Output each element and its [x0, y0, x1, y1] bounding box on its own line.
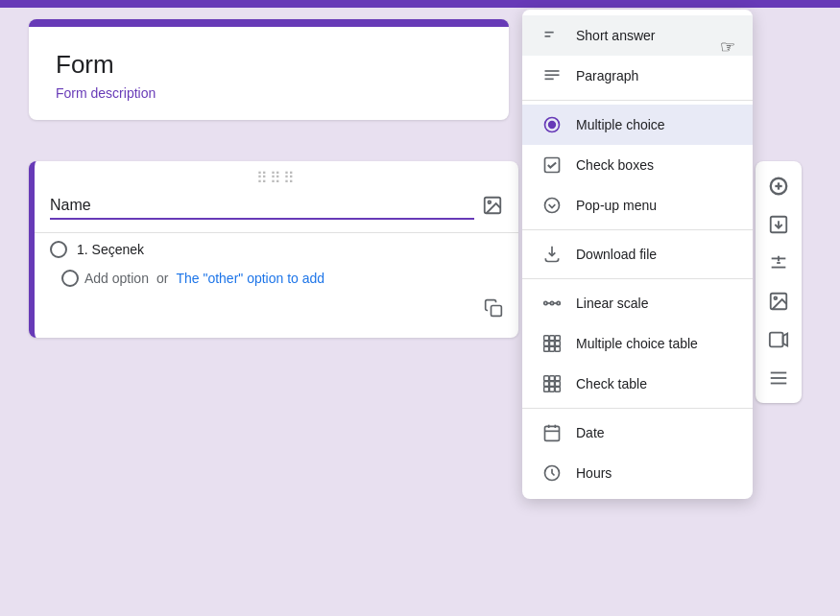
add-section-button[interactable]: [761, 361, 796, 395]
svg-rect-50: [555, 387, 560, 391]
svg-rect-33: [544, 336, 549, 341]
menu-item-paragraph[interactable]: Paragraph: [522, 56, 753, 96]
svg-marker-15: [783, 334, 788, 346]
menu-item-download-file[interactable]: Download file: [522, 234, 753, 274]
option-row-1: 1. Seçenek: [35, 233, 518, 262]
add-option-row: Add option or The "other" option to add: [35, 262, 518, 291]
svg-point-13: [774, 296, 777, 299]
menu-item-label-linear-scale: Linear scale: [576, 296, 649, 311]
short-answer-icon: [541, 25, 563, 46]
menu-item-multiple-choice[interactable]: Multiple choice: [522, 105, 753, 145]
form-title: Form: [56, 50, 482, 80]
option-label-1: 1. Seçenek: [77, 242, 144, 257]
svg-rect-37: [550, 342, 555, 346]
separator-3: [522, 278, 753, 279]
menu-item-label-check-table: Check table: [576, 376, 647, 391]
menu-item-label-multiple-choice-table: Multiple choice table: [576, 336, 698, 351]
form-card: Form Form description: [29, 19, 509, 120]
menu-item-label-short-answer: Short answer: [576, 28, 655, 43]
date-icon: [541, 422, 563, 443]
svg-rect-2: [492, 306, 502, 317]
svg-rect-46: [550, 382, 555, 387]
svg-rect-41: [555, 346, 560, 351]
check-boxes-icon: [541, 154, 563, 176]
svg-rect-45: [544, 382, 549, 387]
svg-point-29: [550, 301, 553, 304]
download-file-icon: [541, 244, 563, 265]
menu-item-label-hours: Hours: [576, 465, 612, 481]
menu-item-label-download-file: Download file: [576, 247, 657, 262]
other-option-link[interactable]: The "other" option to add: [176, 271, 324, 286]
linear-scale-icon: [541, 293, 563, 314]
svg-rect-40: [550, 346, 555, 351]
hours-icon: [541, 462, 563, 484]
svg-rect-48: [544, 387, 549, 391]
image-icon[interactable]: [482, 195, 503, 221]
menu-item-multiple-choice-table[interactable]: Multiple choice table: [522, 323, 753, 364]
svg-rect-42: [544, 376, 549, 381]
svg-rect-38: [555, 342, 560, 346]
menu-item-pop-up-menu[interactable]: Pop-up menu: [522, 185, 753, 225]
svg-rect-47: [555, 382, 560, 387]
add-image-button[interactable]: [761, 284, 796, 319]
svg-rect-44: [555, 376, 560, 381]
dropdown-menu: Short answer Paragraph Multiple choice C…: [522, 10, 753, 499]
drag-handle: ⠿⠿⠿: [35, 161, 518, 191]
svg-point-25: [549, 122, 556, 129]
copy-icon[interactable]: [484, 298, 503, 322]
svg-rect-51: [545, 426, 560, 440]
menu-item-short-answer[interactable]: Short answer: [522, 15, 753, 56]
radio-circle-1: [50, 241, 67, 258]
svg-point-28: [544, 301, 547, 304]
multiple-choice-icon: [541, 114, 563, 135]
add-question-button[interactable]: [761, 169, 796, 203]
paragraph-icon: [541, 65, 563, 86]
svg-rect-49: [550, 387, 555, 391]
radio-circle-add: [61, 270, 79, 287]
top-bar: [0, 0, 840, 8]
svg-rect-35: [555, 336, 560, 341]
form-description: Form description: [56, 85, 482, 101]
add-title-button[interactable]: [761, 246, 796, 280]
add-option-text[interactable]: Add option: [84, 271, 149, 286]
or-text: or: [156, 271, 168, 286]
separator-1: [522, 100, 753, 101]
svg-rect-39: [544, 346, 549, 351]
menu-item-check-boxes[interactable]: Check boxes: [522, 145, 753, 185]
import-question-button[interactable]: [761, 207, 796, 242]
menu-item-date[interactable]: Date: [522, 413, 753, 453]
separator-2: [522, 229, 753, 230]
menu-item-check-table[interactable]: Check table: [522, 364, 753, 404]
separator-4: [522, 408, 753, 409]
menu-item-label-check-boxes: Check boxes: [576, 157, 654, 173]
pop-up-menu-icon: [541, 195, 563, 216]
menu-item-label-pop-up-menu: Pop-up menu: [576, 198, 657, 213]
question-card: ⠿⠿⠿ 1. Seçenek Add option or The "other"…: [29, 161, 518, 338]
menu-item-linear-scale[interactable]: Linear scale: [522, 283, 753, 323]
menu-item-hours[interactable]: Hours: [522, 453, 753, 493]
svg-point-30: [557, 301, 560, 304]
menu-item-label-multiple-choice: Multiple choice: [576, 117, 665, 132]
sidebar-tools: [756, 161, 802, 403]
card-footer: [35, 291, 518, 322]
svg-rect-14: [770, 333, 783, 347]
svg-rect-36: [544, 342, 549, 346]
menu-item-label-paragraph: Paragraph: [576, 68, 638, 83]
svg-rect-34: [550, 336, 555, 341]
svg-point-27: [545, 199, 560, 213]
multiple-choice-table-icon: [541, 333, 563, 354]
menu-item-label-date: Date: [576, 425, 605, 440]
question-header: [35, 191, 518, 233]
add-video-button[interactable]: [761, 322, 796, 357]
check-table-icon: [541, 373, 563, 394]
question-name-input[interactable]: [50, 197, 474, 220]
svg-rect-43: [550, 376, 555, 381]
svg-point-1: [488, 201, 491, 203]
